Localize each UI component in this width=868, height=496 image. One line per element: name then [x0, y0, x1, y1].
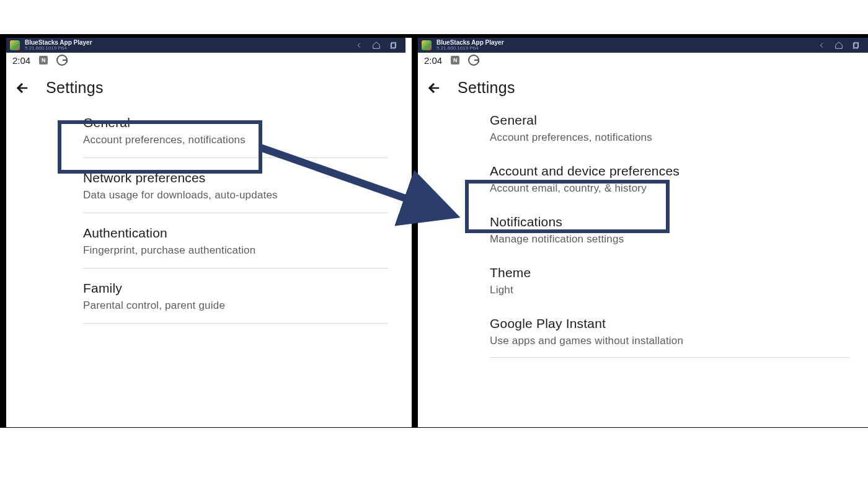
- page-title: Settings: [458, 79, 515, 97]
- notification-icon: N: [39, 56, 48, 64]
- bottom-border: [0, 427, 868, 428]
- bluestacks-logo-icon: [422, 40, 432, 50]
- left-pane: BlueStacks App Player 5.21.600.1019 P64 …: [0, 38, 405, 427]
- settings-header-right: Settings: [418, 68, 868, 103]
- clock: 2:04: [424, 55, 442, 66]
- back-arrow-icon[interactable]: [15, 81, 30, 95]
- item-subtitle: Data usage for downloads, auto-updates: [83, 189, 388, 202]
- item-subtitle: Parental control, parent guide: [83, 299, 388, 312]
- item-title: Authentication: [83, 226, 388, 241]
- back-arrow-icon[interactable]: [427, 81, 441, 95]
- android-statusbar-right: 2:04 N: [418, 53, 868, 68]
- item-title: General: [83, 115, 388, 130]
- page-title: Settings: [46, 79, 104, 97]
- settings-header-left: Settings: [6, 68, 405, 103]
- titlebar-icons: [817, 41, 861, 50]
- google-icon: [468, 55, 479, 66]
- titlebar-text: BlueStacks App Player 5.21.600.1019 P64: [25, 40, 92, 51]
- item-subtitle: Manage notification settings: [490, 233, 849, 246]
- home-icon[interactable]: [835, 41, 843, 50]
- item-subtitle: Account email, country, & history: [490, 182, 849, 195]
- item-title: Family: [83, 281, 388, 296]
- recents-icon[interactable]: [389, 41, 398, 50]
- item-title: Notifications: [490, 215, 849, 229]
- item-subtitle: Use apps and games without installation: [490, 335, 849, 347]
- settings-item-account-device[interactable]: Account and device preferences Account e…: [490, 154, 849, 205]
- settings-item-general[interactable]: General Account preferences, notificatio…: [83, 103, 388, 158]
- item-title: General: [490, 113, 849, 128]
- android-statusbar-left: 2:04 N: [6, 53, 405, 68]
- settings-item-family[interactable]: Family Parental control, parent guide: [83, 268, 388, 324]
- item-subtitle: Light: [490, 284, 849, 296]
- recents-icon[interactable]: [852, 41, 861, 50]
- settings-list-right: General Account preferences, notificatio…: [418, 103, 868, 358]
- notification-icon: N: [451, 56, 459, 64]
- back-nav-icon[interactable]: [355, 41, 363, 50]
- item-title: Google Play Instant: [490, 316, 849, 331]
- titlebar-text: BlueStacks App Player 5.21.600.1019 P64: [436, 40, 504, 51]
- item-title: Theme: [490, 265, 849, 280]
- bluestacks-logo-icon: [10, 40, 20, 50]
- pane-divider: [405, 38, 412, 427]
- item-subtitle: Account preferences, notifications: [490, 131, 849, 144]
- item-subtitle: Account preferences, notifications: [83, 134, 388, 146]
- settings-item-authentication[interactable]: Authentication Fingerprint, purchase aut…: [83, 213, 388, 268]
- item-title: Account and device preferences: [490, 164, 849, 179]
- settings-item-google-play-instant[interactable]: Google Play Instant Use apps and games w…: [490, 306, 849, 358]
- settings-list-left: General Account preferences, notificatio…: [6, 103, 405, 324]
- item-subtitle: Fingerprint, purchase authentication: [83, 244, 388, 257]
- settings-item-general[interactable]: General Account preferences, notificatio…: [490, 103, 849, 154]
- item-title: Network preferences: [83, 170, 388, 185]
- home-icon[interactable]: [372, 41, 381, 50]
- app-version: 5.21.600.1019 P64: [25, 46, 92, 51]
- titlebar-right: BlueStacks App Player 5.21.600.1019 P64: [418, 38, 868, 53]
- back-nav-icon[interactable]: [817, 41, 826, 50]
- titlebar-icons: [355, 41, 398, 50]
- settings-item-theme[interactable]: Theme Light: [490, 255, 849, 306]
- google-icon: [56, 55, 68, 66]
- titlebar-left: BlueStacks App Player 5.21.600.1019 P64: [6, 38, 405, 53]
- settings-item-notifications[interactable]: Notifications Manage notification settin…: [490, 205, 849, 255]
- clock: 2:04: [12, 55, 30, 66]
- right-pane: BlueStacks App Player 5.21.600.1019 P64 …: [412, 38, 868, 427]
- settings-item-network[interactable]: Network preferences Data usage for downl…: [83, 158, 388, 213]
- app-version: 5.21.600.1019 P64: [436, 46, 504, 51]
